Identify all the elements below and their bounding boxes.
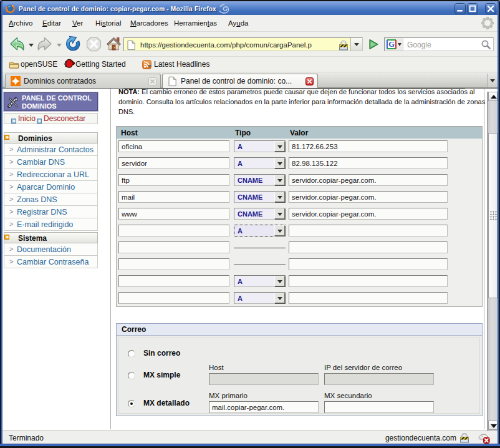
select-arrow-button[interactable] xyxy=(274,276,285,286)
type-select-empty[interactable] xyxy=(234,264,286,265)
menu-item[interactable]: Editar xyxy=(40,15,64,31)
link-inicio[interactable]: Inicio xyxy=(18,114,36,123)
go-button[interactable] xyxy=(367,37,380,51)
value-input[interactable] xyxy=(289,292,448,304)
sidebar-item[interactable]: >Zonas DNS xyxy=(4,193,98,206)
sidebar-item[interactable]: >Administrar Contactos xyxy=(4,144,98,156)
reload-icon[interactable] xyxy=(65,36,82,52)
lock-icon[interactable] xyxy=(459,432,469,445)
value-input[interactable] xyxy=(289,191,448,203)
search-bar[interactable]: G Google xyxy=(384,37,494,51)
value-input[interactable] xyxy=(289,208,448,220)
type-select[interactable]: A xyxy=(234,292,286,304)
url-bar[interactable]: https://gestiondecuenta.com/php/comun/ca… xyxy=(123,37,363,51)
mx-primario-input[interactable] xyxy=(209,401,319,413)
forward-icon[interactable] xyxy=(36,36,53,52)
value-input[interactable] xyxy=(289,258,448,270)
host-input[interactable] xyxy=(118,275,229,287)
title-bar[interactable]: Panel de control de dominio: copiar-pega… xyxy=(0,0,500,15)
menu-item[interactable]: Historial xyxy=(93,15,124,31)
value-input[interactable] xyxy=(289,275,448,287)
radio-sin-correo[interactable] xyxy=(128,350,135,358)
select-arrow-button[interactable] xyxy=(274,225,285,236)
sidebar-section-dominios[interactable]: Dominios xyxy=(4,132,98,144)
host-input[interactable] xyxy=(118,140,229,152)
back-icon[interactable] xyxy=(9,36,26,52)
mx-secundario-input[interactable] xyxy=(324,401,434,413)
value-input[interactable] xyxy=(289,174,448,186)
sidebar-item[interactable]: >Cambiar Contraseña xyxy=(4,256,98,268)
link-desconectar[interactable]: Desconectar xyxy=(44,114,85,123)
value-input[interactable] xyxy=(289,140,448,152)
reload-button[interactable] xyxy=(65,36,82,55)
host-input[interactable] xyxy=(118,157,229,169)
vertical-scrollbar[interactable] xyxy=(487,92,498,431)
host-input[interactable] xyxy=(118,258,229,270)
select-arrow-button[interactable] xyxy=(274,208,285,219)
host-input[interactable] xyxy=(118,241,229,253)
type-select[interactable]: CNAME xyxy=(234,174,286,186)
menu-item[interactable]: Herramientas xyxy=(171,15,219,31)
scrollbar-thumb[interactable] xyxy=(488,133,498,298)
select-arrow-button[interactable] xyxy=(274,192,285,202)
host-input[interactable] xyxy=(118,174,229,186)
radio-mx-simple[interactable] xyxy=(128,372,135,379)
sidebar-section-sistema[interactable]: Sistema xyxy=(4,232,98,243)
host-input[interactable] xyxy=(118,225,229,236)
menu-item[interactable]: Ver xyxy=(70,15,85,31)
go-button-icon[interactable] xyxy=(367,37,380,51)
type-select[interactable]: A xyxy=(234,157,286,169)
sidebar-item[interactable]: >Registrar DNS xyxy=(4,206,98,218)
sidebar-item[interactable]: >Redireccionar a URL xyxy=(4,168,98,181)
value-input[interactable] xyxy=(289,225,448,236)
tab-list-dropdown[interactable] xyxy=(487,74,498,87)
type-select[interactable]: A xyxy=(234,140,286,152)
type-select[interactable]: A xyxy=(234,225,286,236)
minimize-button[interactable] xyxy=(454,3,466,14)
stop-button[interactable] xyxy=(85,36,102,55)
bookmark-getting-started[interactable]: Getting Started xyxy=(64,57,126,72)
sidebar-item[interactable]: >Documentación xyxy=(4,243,98,256)
host-input[interactable] xyxy=(118,191,229,203)
search-magnifier-icon[interactable] xyxy=(481,39,491,50)
tab-close-icon[interactable] xyxy=(305,77,314,85)
select-arrow-button[interactable] xyxy=(274,175,285,185)
select-arrow-button[interactable] xyxy=(274,293,285,303)
sidebar-item[interactable]: >E-mail redirigido xyxy=(4,218,98,231)
url-history-dropdown[interactable] xyxy=(350,38,362,51)
close-button[interactable] xyxy=(485,3,496,14)
menu-item[interactable]: Archivo xyxy=(6,15,35,31)
scroll-up-button[interactable] xyxy=(488,92,498,101)
type-select[interactable]: A xyxy=(234,275,286,287)
type-select[interactable]: CNAME xyxy=(234,191,286,203)
tab-close-button[interactable] xyxy=(305,77,314,87)
type-select-empty[interactable] xyxy=(234,247,286,248)
mx-host-input[interactable] xyxy=(209,373,319,385)
search-engine-button[interactable]: G xyxy=(385,38,403,51)
select-arrow-button[interactable] xyxy=(274,141,285,152)
host-input[interactable] xyxy=(118,292,229,304)
home-button[interactable] xyxy=(105,36,122,55)
sidebar-item[interactable]: >Aparcar Dominio xyxy=(4,181,98,193)
value-input[interactable] xyxy=(289,157,448,169)
tab-panel-de-control[interactable]: Panel de control de dominio: co... xyxy=(162,74,318,88)
select-arrow-button[interactable] xyxy=(274,158,285,168)
bookmark-latest-headlines[interactable]: Latest Headlines xyxy=(142,57,209,72)
forward-dropdown-icon[interactable] xyxy=(57,44,62,47)
maximize-button[interactable] xyxy=(467,3,478,14)
forward-button[interactable] xyxy=(36,36,53,55)
bookmark-opensuse[interactable]: openSUSE xyxy=(9,57,57,72)
menu-item[interactable]: Marcadores xyxy=(128,15,171,31)
value-input[interactable] xyxy=(289,241,448,253)
host-input[interactable] xyxy=(118,208,229,220)
tab-close-icon[interactable] xyxy=(148,77,156,85)
radio-mx-detallado[interactable] xyxy=(128,400,135,407)
scroll-down-button[interactable] xyxy=(488,421,498,430)
home-icon[interactable] xyxy=(105,36,122,52)
back-button[interactable] xyxy=(9,36,26,55)
stop-icon[interactable] xyxy=(85,36,102,52)
tab-dominios-contratados[interactable]: Dominios contratados xyxy=(5,74,161,88)
tab-close-button[interactable] xyxy=(148,77,156,87)
url-text[interactable]: https://gestiondecuenta.com/php/comun/ca… xyxy=(140,41,337,49)
mx-ip-input[interactable] xyxy=(324,373,434,385)
